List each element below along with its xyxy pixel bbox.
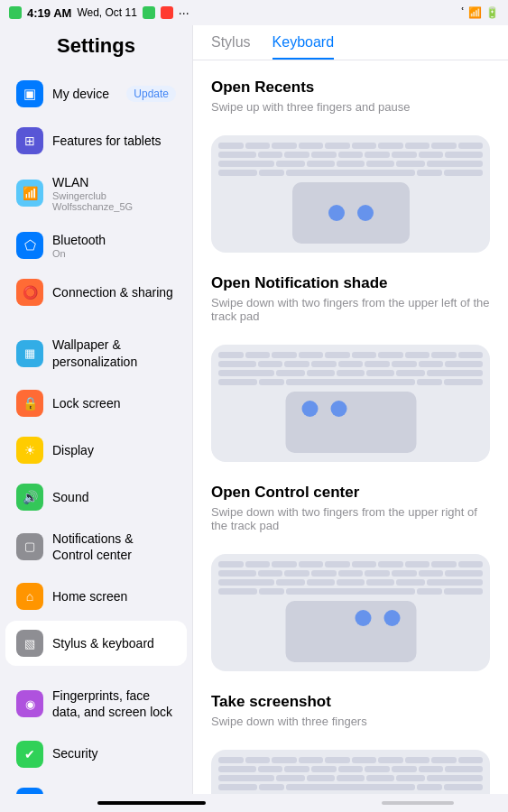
sidebar-item-label: My device bbox=[52, 86, 109, 102]
feature-open-control: Open Control center Swipe down with two … bbox=[193, 466, 508, 554]
bottom-bar bbox=[0, 794, 508, 812]
gesture-card-open-recents bbox=[211, 135, 490, 253]
scroll-indicator bbox=[382, 801, 454, 805]
status-date: Wed, Oct 11 bbox=[77, 6, 136, 19]
sidebar-item-subtext: Swingerclub Wolfsschanze_5G bbox=[52, 190, 176, 212]
wlan-icon: 📶 bbox=[16, 180, 43, 207]
security-icon: ✔ bbox=[16, 741, 43, 768]
sidebar-item-wlan[interactable]: 📶 WLAN Swingerclub Wolfsschanze_5G bbox=[5, 165, 187, 221]
main-layout: Settings ▣ My device Update ⊞ Features f… bbox=[0, 25, 508, 794]
feature-open-recents: Open Recents Swipe up with three fingers… bbox=[193, 60, 508, 135]
sidebar: Settings ▣ My device Update ⊞ Features f… bbox=[0, 25, 192, 794]
tab-stylus[interactable]: Stylus bbox=[211, 34, 251, 60]
more-icon: ··· bbox=[179, 5, 189, 20]
sidebar-item-connection[interactable]: ⭕ Connection & sharing bbox=[5, 270, 187, 315]
sidebar-item-label: WLAN bbox=[52, 174, 176, 190]
home-screen-icon: ⌂ bbox=[16, 583, 43, 610]
stylus-keyboard-icon: ▧ bbox=[16, 630, 43, 657]
wifi-icon: 📶 bbox=[468, 6, 482, 19]
feature-desc: Swipe down with two fingers from the upp… bbox=[211, 505, 490, 532]
sidebar-item-lock-screen[interactable]: 🔒 Lock screen bbox=[5, 381, 187, 426]
status-right: ʿ️ 📶 🔋 bbox=[461, 6, 499, 19]
app-dot-2 bbox=[161, 6, 173, 19]
my-device-icon: ▣ bbox=[16, 80, 43, 107]
sidebar-item-display[interactable]: ☀ Display bbox=[5, 428, 187, 473]
sidebar-item-privacy[interactable]: ◐ Privacy protection bbox=[5, 779, 187, 795]
sidebar-title: Settings bbox=[0, 25, 192, 70]
wallpaper-icon: ▦ bbox=[16, 340, 43, 367]
sidebar-item-notifications[interactable]: ▢ Notifications & Control center bbox=[5, 521, 187, 572]
sidebar-item-label: Home screen bbox=[52, 588, 127, 604]
connection-icon: ⭕ bbox=[16, 279, 43, 306]
feature-title: Open Control center bbox=[211, 484, 490, 502]
lock-screen-icon: 🔒 bbox=[16, 390, 43, 417]
sidebar-item-label: Lock screen bbox=[52, 395, 120, 411]
privacy-icon: ◐ bbox=[16, 788, 43, 795]
bluetooth-icon: ⬠ bbox=[16, 232, 43, 259]
sidebar-item-features-tablets[interactable]: ⊞ Features for tablets bbox=[5, 118, 187, 163]
feature-screenshot: Take screenshot Swipe down with three fi… bbox=[193, 675, 508, 750]
sidebar-item-bluetooth[interactable]: ⬠ Bluetooth On bbox=[5, 223, 187, 268]
sidebar-item-label: Stylus & keyboard bbox=[52, 635, 154, 651]
sidebar-item-wallpaper[interactable]: ▦ Wallpaper & personalization bbox=[5, 328, 187, 378]
feature-title: Take screenshot bbox=[211, 693, 490, 711]
notifications-icon: ▢ bbox=[16, 533, 43, 560]
status-bar: 4:19 AM Wed, Oct 11 ··· ʿ️ 📶 🔋 bbox=[0, 0, 508, 25]
bluetooth-icon: ʿ️ bbox=[461, 6, 465, 19]
feature-open-notification: Open Notification shade Swipe down with … bbox=[193, 256, 508, 345]
fingerprints-icon: ◉ bbox=[16, 690, 43, 717]
feature-title: Open Notification shade bbox=[211, 274, 490, 292]
tab-keyboard[interactable]: Keyboard bbox=[272, 34, 335, 60]
sidebar-item-subtext: On bbox=[52, 248, 106, 259]
status-time: 4:19 AM bbox=[27, 6, 71, 20]
gesture-card-screenshot bbox=[211, 750, 490, 794]
display-icon: ☀ bbox=[16, 437, 43, 464]
sidebar-item-label: Connection & sharing bbox=[52, 284, 173, 300]
sidebar-item-label: Display bbox=[52, 442, 94, 458]
tab-bar: Stylus Keyboard bbox=[193, 25, 508, 60]
feature-title: Open Recents bbox=[211, 78, 490, 97]
battery-icon: 🔋 bbox=[485, 6, 499, 19]
sidebar-item-label: Sound bbox=[52, 489, 88, 505]
sidebar-item-label: Features for tablets bbox=[52, 133, 162, 149]
feature-desc: Swipe up with three fingers and pause bbox=[211, 100, 490, 114]
sidebar-item-security[interactable]: ✔ Security bbox=[5, 732, 187, 777]
sidebar-item-fingerprints[interactable]: ◉ Fingerprints, face data, and screen lo… bbox=[5, 678, 187, 729]
gesture-card-notification bbox=[211, 345, 490, 462]
sidebar-item-label: Notifications & Control center bbox=[52, 531, 176, 563]
gesture-card-control bbox=[211, 554, 490, 671]
sound-icon: 🔊 bbox=[16, 484, 43, 511]
feature-desc: Swipe down with two fingers from the upp… bbox=[211, 296, 490, 323]
content-pane: Stylus Keyboard Open Recents Swipe up wi… bbox=[192, 25, 508, 794]
status-left: 4:19 AM Wed, Oct 11 ··· bbox=[9, 5, 189, 20]
sidebar-item-home-screen[interactable]: ⌂ Home screen bbox=[5, 574, 187, 619]
update-badge: Update bbox=[126, 86, 176, 102]
location-dot bbox=[9, 6, 22, 19]
features-tablets-icon: ⊞ bbox=[16, 127, 43, 154]
sidebar-item-stylus-keyboard[interactable]: ▧ Stylus & keyboard bbox=[5, 621, 187, 666]
sidebar-item-my-device[interactable]: ▣ My device Update bbox=[5, 71, 187, 116]
sidebar-item-label: Fingerprints, face data, and screen lock bbox=[52, 687, 176, 720]
sidebar-item-label: Security bbox=[52, 745, 98, 761]
feature-desc: Swipe down with three fingers bbox=[211, 715, 490, 728]
sidebar-item-label: Bluetooth bbox=[52, 232, 106, 248]
sidebar-item-sound[interactable]: 🔊 Sound bbox=[5, 475, 187, 520]
bottom-nav-indicator bbox=[97, 801, 206, 805]
sidebar-item-label: Wallpaper & personalization bbox=[52, 337, 176, 369]
app-dot-1 bbox=[143, 6, 155, 19]
